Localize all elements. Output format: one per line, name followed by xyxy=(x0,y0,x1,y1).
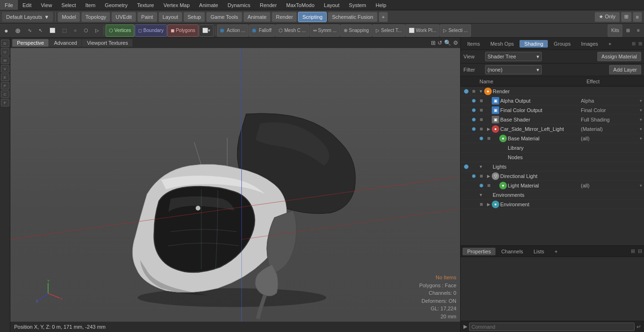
sidebar-icon-1[interactable]: D xyxy=(1,40,9,47)
layout-layout[interactable]: Layout xyxy=(158,12,182,22)
viewport-icon-gear[interactable]: ⚙ xyxy=(453,40,458,46)
symm-btn[interactable]: ⇔ Symm ... xyxy=(310,24,340,37)
eye-base-material[interactable] xyxy=(478,135,485,142)
star-only-btn[interactable]: ★ Only xyxy=(594,12,620,22)
menu-file[interactable]: File xyxy=(0,0,18,10)
tree-item-alpha-output[interactable]: ▣ Alpha Output Alpha ▾ xyxy=(461,96,644,105)
panel-expand-icon[interactable]: ⊞ xyxy=(632,41,636,46)
sidebar-icon-8[interactable]: F xyxy=(1,99,9,106)
viewport[interactable]: Perspective Advanced Viewport Textures ⊞… xyxy=(10,38,460,332)
snapping-btn[interactable]: ⊕ Snapping xyxy=(340,24,372,37)
viewport-canvas[interactable]: X Y Z xyxy=(10,48,460,322)
select-btn[interactable]: ▷ Select T... xyxy=(372,24,405,37)
layout-schematic[interactable]: Schematic Fusion xyxy=(328,12,377,22)
tree-item-environments[interactable]: ▼ Environments xyxy=(461,190,644,200)
layout-animate[interactable]: Animate xyxy=(243,12,271,22)
falloff-btn[interactable]: Falloff xyxy=(249,24,275,37)
list-view-btn[interactable]: ≡ xyxy=(633,12,642,22)
expand-light-material[interactable] xyxy=(493,182,499,189)
layout-plus[interactable]: + xyxy=(379,12,388,22)
eye-directional[interactable] xyxy=(470,172,478,180)
kits-btn[interactable]: Kits xyxy=(608,24,622,37)
menu-geometry[interactable]: Geometry xyxy=(100,0,132,10)
layout-scripting[interactable]: Scripting xyxy=(298,12,327,22)
menu-dynamics[interactable]: Dynamics xyxy=(223,0,255,10)
eye-car-mirror[interactable] xyxy=(470,125,478,133)
eye-base-shader[interactable] xyxy=(470,116,478,123)
layout-uvedit[interactable]: UVEdit xyxy=(111,12,136,22)
sidebar-icon-4[interactable]: V xyxy=(1,65,9,73)
menu-maxtomode[interactable]: MaxToModo xyxy=(281,0,319,10)
eye-alpha[interactable] xyxy=(470,97,478,105)
bp-tab-channels[interactable]: Channels xyxy=(496,248,528,255)
mesh-btn[interactable]: ⬡ Mesh C ... xyxy=(275,24,309,37)
menu-system[interactable]: System xyxy=(344,0,371,10)
viewport-tab-perspective[interactable]: Perspective xyxy=(12,39,49,47)
sidebar-icon-2[interactable]: U xyxy=(1,48,9,56)
menu-item[interactable]: Item xyxy=(81,0,100,10)
bp-tab-properties[interactable]: Properties xyxy=(462,248,495,255)
menu-render[interactable]: Render xyxy=(255,0,281,10)
tool-play[interactable]: ▷ xyxy=(92,24,102,37)
sidebar-icon-3[interactable]: M xyxy=(1,57,9,64)
shape-tool[interactable]: ⬜▾ xyxy=(199,24,214,37)
mode-polygons[interactable]: ◼ Polygons xyxy=(167,24,198,37)
panel-tab-plus[interactable]: + xyxy=(604,40,616,48)
cmd-submit-icon[interactable]: ↵ xyxy=(636,324,641,330)
expand-alpha[interactable] xyxy=(485,97,492,104)
menu-select[interactable]: Select xyxy=(57,0,81,10)
workplane-btn[interactable]: ⬜ Work Pl... xyxy=(405,24,439,37)
menu-edit[interactable]: Edit xyxy=(18,0,36,10)
add-layer-btn[interactable]: Add Layer xyxy=(609,65,641,74)
list-btn[interactable]: ≡ xyxy=(634,24,643,37)
layout-paint[interactable]: Paint xyxy=(137,12,157,22)
panel-grid-icon[interactable]: ⊞ xyxy=(638,41,642,46)
tree-item-base-shader[interactable]: ▣ Base Shader Full Shading ▾ xyxy=(461,115,644,124)
expand-environment[interactable]: ▶ xyxy=(485,201,492,208)
viewport-icon-expand[interactable]: ⊞ xyxy=(431,40,436,46)
select2-btn[interactable]: ▷ Selecti ... xyxy=(440,24,471,37)
menu-texture[interactable]: Texture xyxy=(132,0,159,10)
tool-hex[interactable]: ⬡ xyxy=(81,24,91,37)
mode-vertices[interactable]: ⬡ Vertices xyxy=(106,24,135,37)
action-btn[interactable]: Action ... xyxy=(217,24,248,37)
layout-render[interactable]: Render xyxy=(272,12,297,22)
grid-btn[interactable]: ⊞ xyxy=(623,24,633,37)
expand-final-color[interactable] xyxy=(485,107,492,113)
layout-model[interactable]: Model xyxy=(58,12,80,22)
bp-grid-icon[interactable]: ⊟ xyxy=(638,248,642,254)
tree-item-nodes[interactable]: Nodes xyxy=(461,153,644,162)
filter-dropdown[interactable]: (none) ▾ xyxy=(485,65,542,74)
tree-item-final-color[interactable]: ▣ Final Color Output Final Color ▾ xyxy=(461,105,644,115)
expand-lights[interactable]: ▼ xyxy=(478,163,484,170)
menu-help[interactable]: Help xyxy=(371,0,391,10)
expand-car-mirror[interactable]: ▶ xyxy=(485,126,492,132)
tree-item-lights[interactable]: ▼ Lights xyxy=(461,162,644,171)
tree-item-library[interactable]: Library xyxy=(461,143,644,153)
viewport-icon-refresh[interactable]: ↺ xyxy=(438,40,442,46)
tool-circle[interactable]: ○ xyxy=(70,24,80,37)
bp-tab-lists[interactable]: Lists xyxy=(529,248,549,255)
viewport-tab-textures[interactable]: Viewport Textures xyxy=(82,39,132,47)
panel-tab-groups[interactable]: Groups xyxy=(549,40,575,48)
menu-vertex-map[interactable]: Vertex Map xyxy=(159,0,195,10)
panel-tab-shading[interactable]: Shading xyxy=(520,40,548,48)
layout-dropdown[interactable]: Default Layouts ▼ xyxy=(2,12,53,22)
tool-arrow[interactable]: ↖ xyxy=(35,24,46,37)
sidebar-icon-6[interactable]: P xyxy=(1,82,9,89)
expand-base-material[interactable] xyxy=(493,135,499,142)
tool-rect[interactable]: ⬜ xyxy=(46,24,58,37)
eye-final-color[interactable] xyxy=(470,106,478,114)
eye-light-material[interactable] xyxy=(478,182,485,189)
menu-layout[interactable]: Layout xyxy=(319,0,344,10)
menu-animate[interactable]: Animate xyxy=(194,0,223,10)
eye-render[interactable] xyxy=(462,88,470,95)
shader-tree[interactable]: ▼ ● Render ▣ Alpha Output Alpha ▾ xyxy=(461,87,644,245)
bp-expand-icon[interactable]: ⊞ xyxy=(631,248,635,254)
panel-tab-images[interactable]: Images xyxy=(577,40,603,48)
tool-curve[interactable]: ∿ xyxy=(25,24,35,37)
tool-add[interactable]: ⊕ xyxy=(12,24,24,37)
assign-material-btn[interactable]: Assign Material xyxy=(597,52,641,61)
grid-view-btn[interactable]: ⊞ xyxy=(621,12,632,22)
tree-item-render[interactable]: ▼ ● Render xyxy=(461,87,644,96)
